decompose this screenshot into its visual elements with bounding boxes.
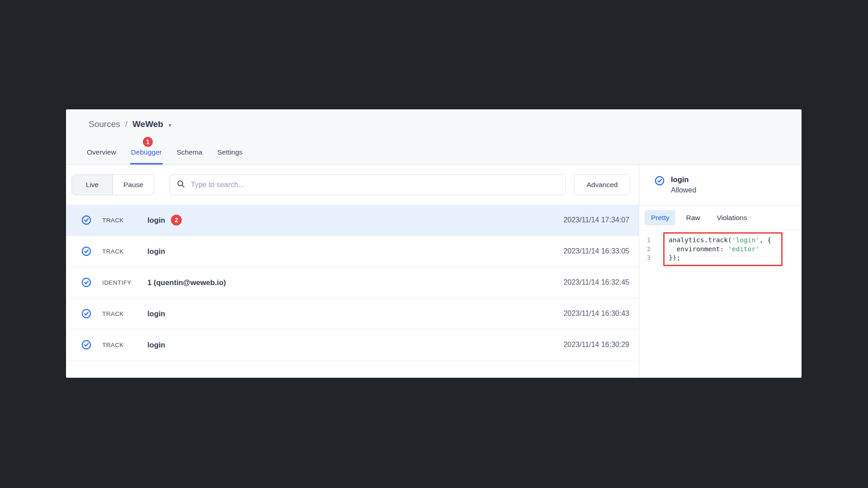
line-number: 2 xyxy=(639,245,658,254)
code-line-numbers: 1 2 3 xyxy=(639,232,658,266)
source-debugger-card: Sources / WeWeb ▾ Overview 1 Debugger Sc… xyxy=(66,109,802,378)
events-panel: Live Pause Advanced xyxy=(66,165,639,378)
event-name: login xyxy=(147,216,165,225)
tab-raw[interactable]: Raw xyxy=(679,210,706,225)
card-body: Live Pause Advanced xyxy=(66,165,802,378)
event-name: 1 (quentin@weweb.io) xyxy=(147,278,226,287)
detail-event-name: login xyxy=(671,174,696,185)
search-box xyxy=(170,174,566,195)
tab-settings[interactable]: Settings xyxy=(217,148,244,164)
tab-violations[interactable]: Violations xyxy=(711,210,754,225)
event-row[interactable]: TRACK login 2023/11/14 16:30:43 xyxy=(66,298,639,329)
search-input[interactable] xyxy=(191,181,559,189)
event-type: TRACK xyxy=(102,342,147,348)
event-row[interactable]: TRACK login 2023/11/14 16:33:05 xyxy=(66,236,639,267)
event-timestamp: 2023/11/14 16:30:43 xyxy=(563,310,629,318)
event-type: TRACK xyxy=(102,248,147,255)
event-name: login xyxy=(147,341,165,349)
allowed-check-icon xyxy=(655,176,665,186)
line-number: 1 xyxy=(639,236,658,245)
breadcrumb-separator: / xyxy=(125,119,127,129)
tab-schema[interactable]: Schema xyxy=(176,148,203,164)
event-type: TRACK xyxy=(102,310,147,317)
allowed-check-icon xyxy=(81,277,91,287)
detail-status: Allowed xyxy=(671,185,696,195)
event-timestamp: 2023/11/14 16:32:45 xyxy=(563,278,629,286)
code-line: }); xyxy=(669,253,777,263)
allowed-check-icon xyxy=(81,309,91,319)
allowed-check-icon xyxy=(81,215,91,225)
search-icon xyxy=(176,179,185,190)
event-name: login xyxy=(147,247,165,256)
live-toggle-button[interactable]: Live xyxy=(72,175,113,195)
tab-overview[interactable]: Overview xyxy=(86,148,117,164)
allowed-check-icon xyxy=(81,246,91,256)
allowed-check-icon xyxy=(81,340,91,350)
toolbar: Live Pause Advanced xyxy=(66,165,639,205)
event-timestamp: 2023/11/14 16:30:29 xyxy=(563,341,629,349)
code-viewer: 1 2 3 analytics.track('login', { environ… xyxy=(639,230,802,266)
code-highlight-box: analytics.track('login', { environment: … xyxy=(663,232,783,266)
tab-pretty[interactable]: Pretty xyxy=(645,210,675,225)
card-header: Sources / WeWeb ▾ Overview 1 Debugger Sc… xyxy=(66,109,802,165)
code-line: environment: 'editor' xyxy=(669,245,777,254)
event-type: IDENTIFY xyxy=(102,279,147,286)
source-name-dropdown[interactable]: WeWeb xyxy=(132,119,163,129)
event-row[interactable]: TRACK login 2 2023/11/14 17:34:07 xyxy=(66,205,639,236)
tab-debugger[interactable]: 1 Debugger xyxy=(130,148,163,164)
detail-tabs: Pretty Raw Violations xyxy=(639,206,802,230)
event-timestamp: 2023/11/14 17:34:07 xyxy=(563,216,629,224)
tab-debugger-label: Debugger xyxy=(131,148,162,156)
event-type: TRACK xyxy=(102,217,147,224)
event-detail-panel: login Allowed Pretty Raw Violations 1 2 … xyxy=(639,165,802,378)
chevron-down-icon[interactable]: ▾ xyxy=(169,121,171,128)
pause-toggle-button[interactable]: Pause xyxy=(113,175,154,195)
event-timestamp: 2023/11/14 16:33:05 xyxy=(563,247,629,255)
event-name: login xyxy=(147,310,165,318)
breadcrumb-sources-link[interactable]: Sources xyxy=(89,119,120,129)
event-count-badge: 2 xyxy=(171,215,182,225)
nav-tabs: Overview 1 Debugger Schema Settings xyxy=(86,148,244,164)
code-line: analytics.track('login', { xyxy=(669,236,777,245)
event-list: TRACK login 2 2023/11/14 17:34:07 TRACK … xyxy=(66,205,639,361)
line-number: 3 xyxy=(639,253,658,263)
live-pause-toggle: Live Pause xyxy=(71,174,154,195)
breadcrumb: Sources / WeWeb ▾ xyxy=(89,119,171,129)
detail-header: login Allowed xyxy=(639,165,802,206)
advanced-button[interactable]: Advanced xyxy=(574,174,630,195)
event-row[interactable]: IDENTIFY 1 (quentin@weweb.io) 2023/11/14… xyxy=(66,267,639,298)
event-row[interactable]: TRACK login 2023/11/14 16:30:29 xyxy=(66,329,639,361)
debugger-notification-badge: 1 xyxy=(142,136,154,148)
